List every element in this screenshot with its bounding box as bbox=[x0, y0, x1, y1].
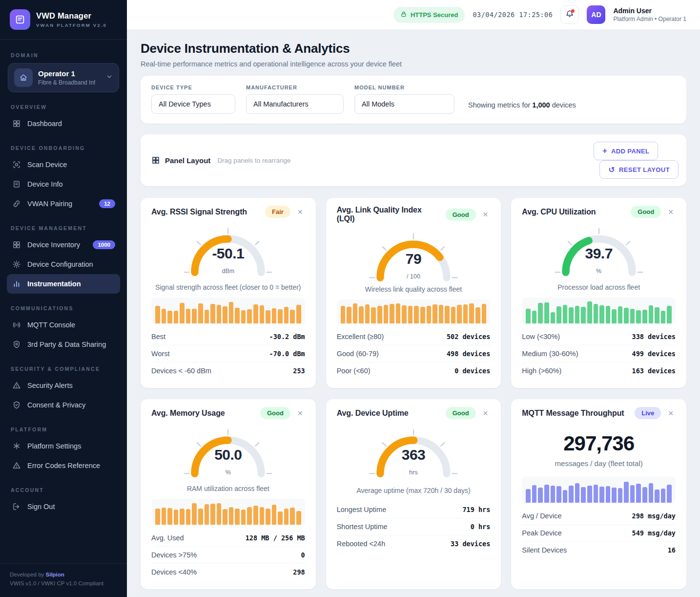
sidebar-item-label: Security Alerts bbox=[27, 382, 73, 389]
close-icon[interactable]: ✕ bbox=[666, 408, 676, 418]
sidebar-item-mqtt-console[interactable]: MQTT Console bbox=[7, 315, 120, 335]
nav-section-communications: COMMUNICATIONS bbox=[11, 305, 120, 311]
sidebar-item-platform-settings[interactable]: Platform Settings bbox=[7, 436, 120, 456]
sidebar-item-device-configuration[interactable]: Device Configuration bbox=[7, 255, 120, 274]
panel-layout-bar: Panel Layout Drag panels to rearrange +A… bbox=[141, 134, 686, 186]
sidebar-item-label: Scan Device bbox=[27, 161, 67, 169]
sign-out-icon bbox=[12, 502, 21, 511]
panel-mqtt-throughput: MQTT Message Throughput Live ✕ 297,736 m… bbox=[511, 399, 686, 589]
pairing-count-badge: 12 bbox=[99, 199, 115, 208]
gauge-value: 79 bbox=[368, 251, 459, 267]
cpu-gauge: 39.7 % bbox=[553, 222, 645, 277]
stat-row: Medium (30-60%)499 devices bbox=[522, 345, 676, 362]
manufacturer-select[interactable]: All Manufacturers bbox=[246, 94, 344, 114]
stat-row: Avg. Used128 MB / 256 MB bbox=[151, 530, 305, 547]
stat-row: Silent Devices16 bbox=[522, 542, 676, 558]
shield-icon bbox=[12, 340, 21, 349]
link-icon bbox=[12, 199, 21, 208]
close-icon[interactable]: ✕ bbox=[295, 207, 305, 217]
mqtt-sparkline bbox=[522, 476, 676, 504]
panel-title: Avg. Device Uptime bbox=[337, 409, 441, 418]
app-subtitle: VWAN PLATFORM V2.0 bbox=[36, 22, 107, 28]
status-badge: Live bbox=[635, 407, 661, 419]
sidebar-item-label: Instrumentation bbox=[27, 280, 81, 288]
sidebar-item-label: Device Configuration bbox=[27, 260, 93, 268]
sidebar-item-instrumentation[interactable]: Instrumentation bbox=[7, 274, 120, 294]
sidebar-nav: OVERVIEW Dashboard DEVICE ONBOARDING Sca… bbox=[0, 92, 127, 516]
domain-name: Operator 1 bbox=[38, 69, 95, 78]
reset-layout-button[interactable]: ↺RESET LAYOUT bbox=[599, 160, 679, 179]
panel-layout-hint: Drag panels to rearrange bbox=[217, 157, 290, 164]
gauge-value: -50.1 bbox=[182, 245, 274, 262]
lqi-gauge: 79 / 100 bbox=[368, 227, 459, 279]
status-badge: Good bbox=[631, 206, 661, 218]
close-icon[interactable]: ✕ bbox=[481, 210, 491, 219]
vendor-link[interactable]: Silpion bbox=[46, 572, 64, 577]
sidebar-item-device-inventory[interactable]: Device Inventory 1000 bbox=[7, 235, 120, 255]
sidebar-item-dashboard[interactable]: Dashboard bbox=[7, 114, 120, 133]
close-icon[interactable]: ✕ bbox=[295, 408, 305, 418]
stat-row: Low (<30%)338 devices bbox=[522, 328, 676, 345]
close-icon[interactable]: ✕ bbox=[666, 207, 676, 217]
developed-by-text: Developed by bbox=[10, 572, 44, 577]
shield-check-icon bbox=[12, 401, 21, 409]
sidebar-item-error-codes-reference[interactable]: Error Codes Reference bbox=[7, 456, 120, 475]
gear-icon bbox=[12, 260, 21, 269]
status-badge: Good bbox=[446, 407, 476, 419]
sidebar-item-label: MQTT Console bbox=[27, 321, 75, 329]
rssi-gauge: -50.1 dBm bbox=[182, 222, 274, 277]
app-title: VWD Manager bbox=[36, 11, 107, 21]
sidebar-item-scan-device[interactable]: Scan Device bbox=[7, 155, 120, 174]
device-type-select[interactable]: All Device Types bbox=[151, 94, 235, 114]
stat-row: Devices <40%298 bbox=[151, 564, 305, 580]
stat-row: Devices >75%0 bbox=[151, 547, 305, 564]
sidebar-item-sign-out[interactable]: Sign Out bbox=[7, 497, 120, 516]
filters-card: DEVICE TYPE All Device Types MANUFACTURE… bbox=[141, 76, 686, 124]
domain-selector[interactable]: Operator 1 Fibre & Broadband Inf bbox=[8, 63, 119, 92]
https-secured-badge: HTTPS Secured bbox=[393, 7, 465, 23]
scan-icon bbox=[12, 160, 21, 169]
gauge-unit: hrs bbox=[368, 469, 459, 476]
topbar: HTTPS Secured 03/04/2026 17:25:06 AD Adm… bbox=[127, 0, 700, 29]
stat-row: Rebooted <24h33 devices bbox=[337, 535, 491, 552]
panel-title: Avg. Link Quality Index (LQI) bbox=[337, 206, 441, 223]
lock-icon bbox=[400, 11, 407, 19]
sidebar-item-security-alerts[interactable]: Security Alerts bbox=[7, 376, 120, 395]
datetime: 03/04/2026 17:25:06 bbox=[473, 11, 553, 19]
panel-caption: Average uptime (max 720h / 30 days) bbox=[337, 487, 491, 494]
stat-row: Poor (<60)0 devices bbox=[337, 362, 491, 379]
panel-caption: Wireless link quality across fleet bbox=[337, 285, 491, 293]
stat-row: Excellent (≥80)502 devices bbox=[337, 328, 491, 345]
panel-grid-icon bbox=[151, 156, 160, 165]
inventory-count-badge: 1000 bbox=[93, 240, 115, 249]
gauge-value: 39.7 bbox=[553, 245, 645, 262]
sidebar-item-device-info[interactable]: Device Info bbox=[7, 174, 120, 194]
panel-uptime: Avg. Device Uptime Good ✕ 363 hrs Averag… bbox=[326, 399, 501, 589]
sidebar-item-3rd-party-data-sharing[interactable]: 3rd Party & Data Sharing bbox=[7, 335, 120, 354]
model-number-select[interactable]: All Models bbox=[354, 94, 454, 114]
add-panel-button[interactable]: +ADD PANEL bbox=[594, 142, 658, 160]
panel-caption: RAM utilization across fleet bbox=[151, 485, 305, 492]
sidebar-item-label: Dashboard bbox=[27, 120, 62, 128]
avatar[interactable]: AD bbox=[587, 5, 605, 24]
panel-title: MQTT Message Throughput bbox=[522, 409, 630, 418]
sidebar-item-vwan-pairing[interactable]: VWAN Pairing 12 bbox=[7, 194, 120, 213]
nav-section-management: DEVICE MANAGEMENT bbox=[11, 225, 120, 231]
sidebar-item-label: VWAN Pairing bbox=[27, 200, 72, 208]
notifications-button[interactable] bbox=[560, 5, 579, 24]
stat-row: Avg / Device298 msg/day bbox=[522, 508, 676, 525]
nav-section-security: SECURITY & COMPLIANCE bbox=[11, 366, 120, 372]
sidebar-item-label: Device Info bbox=[27, 180, 63, 188]
close-icon[interactable]: ✕ bbox=[481, 408, 491, 418]
metrics-summary: Showing metrics for 1,000 devices bbox=[468, 101, 576, 114]
panel-lqi: Avg. Link Quality Index (LQI) Good ✕ 79 … bbox=[326, 198, 501, 388]
manufacturer-label: MANUFACTURER bbox=[246, 85, 344, 90]
stat-row: Good (60-79)498 devices bbox=[337, 345, 491, 362]
status-badge: Good bbox=[260, 407, 290, 419]
plus-icon: + bbox=[602, 147, 607, 155]
panel-rssi: Avg. RSSI Signal Strength Fair ✕ -50.1 d… bbox=[141, 198, 316, 388]
app-logo-icon bbox=[10, 9, 30, 30]
sidebar-item-consent-privacy[interactable]: Consent & Privacy bbox=[7, 395, 120, 415]
throughput-caption: messages / day (fleet total) bbox=[522, 459, 676, 468]
stat-row: Peak Device549 msg/day bbox=[522, 525, 676, 542]
